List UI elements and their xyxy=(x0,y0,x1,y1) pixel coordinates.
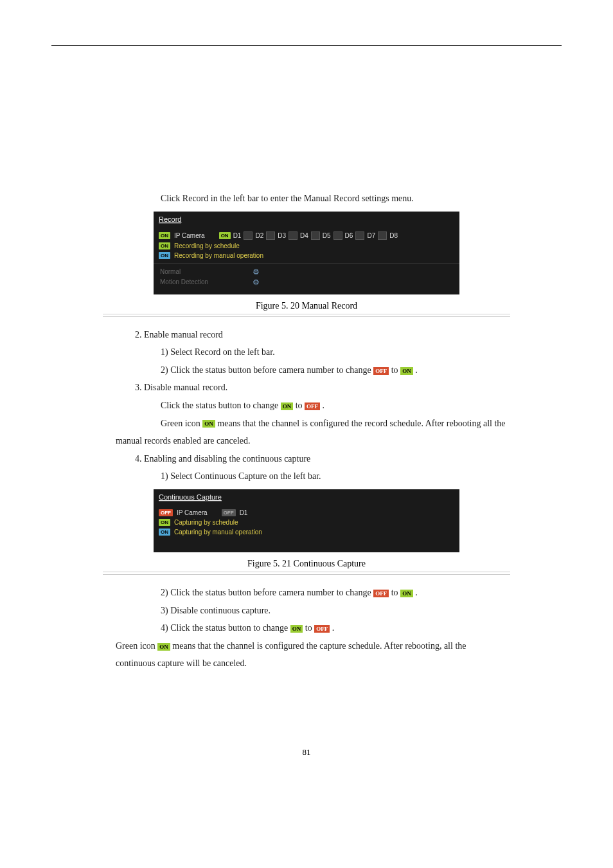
camera-toggle-d1[interactable]: ON xyxy=(219,232,231,239)
camera-toggle-d7[interactable] xyxy=(355,231,364,240)
camera-d8: D8 xyxy=(389,232,398,239)
text: to xyxy=(391,588,400,597)
toggle-off-icon[interactable]: OFF xyxy=(159,509,173,516)
note1: Green icon ON means that the channel is … xyxy=(161,417,520,430)
legend-manual: Capturing by manual operation xyxy=(174,529,262,536)
step4: 4. Enabling and disabling the continuous… xyxy=(135,453,546,466)
camera-toggle-d2[interactable] xyxy=(244,231,253,240)
step4-sub1: 1) Select Continuous Capture on the left… xyxy=(161,470,520,483)
camera-toggle-d6[interactable] xyxy=(333,231,342,240)
separator-rule xyxy=(103,314,510,317)
ipcamera-label: IP Camera xyxy=(177,509,208,516)
camera-d4: D4 xyxy=(300,232,308,239)
gear-icon[interactable]: ⚙ xyxy=(253,278,260,287)
camera-d2: D2 xyxy=(255,232,263,239)
legend-manual-icon: ON xyxy=(159,252,170,259)
gear-icon[interactable]: ⚙ xyxy=(253,267,260,276)
note2: Green icon ON means that the channel is … xyxy=(116,640,527,653)
text: 2) Click the status button before camera… xyxy=(161,365,373,375)
text: 4) Click the status button to change xyxy=(161,623,290,633)
camera-d6: D6 xyxy=(345,232,353,239)
camera-toggle-d3[interactable] xyxy=(266,231,275,240)
on-icon: ON xyxy=(290,625,303,633)
panel-title: Continuous Capture xyxy=(159,493,222,502)
step4-sub3: 3) Disable continuous capture. xyxy=(161,604,520,617)
text: Green icon xyxy=(116,641,157,651)
mode-motion: Motion Detection xyxy=(160,278,237,285)
on-icon: ON xyxy=(157,643,170,651)
off-icon: OFF xyxy=(305,402,320,410)
panel-title: Record xyxy=(159,215,181,224)
text: . xyxy=(323,401,325,410)
camera-toggle-d8[interactable] xyxy=(378,231,387,240)
page-number: 81 xyxy=(51,747,562,757)
step2-sub1: 1) Select Record on the left bar. xyxy=(161,346,520,359)
on-icon: ON xyxy=(400,590,413,597)
camera-d3: D3 xyxy=(278,232,286,239)
intro-text: Click Record in the left bar to enter th… xyxy=(161,192,520,205)
camera-d1: D1 xyxy=(240,509,248,516)
camera-toggle-d4[interactable] xyxy=(289,231,298,240)
legend-schedule-icon: ON xyxy=(159,242,170,249)
off-icon: OFF xyxy=(373,367,389,375)
camera-d7: D7 xyxy=(367,232,375,239)
on-icon: ON xyxy=(400,367,413,375)
camera-d1: D1 xyxy=(233,232,242,239)
text: to xyxy=(296,401,305,410)
camera-toggle-d1[interactable]: OFF xyxy=(222,509,236,516)
toggle-on-icon[interactable]: ON xyxy=(159,232,170,239)
continuous-capture-screenshot: Continuous Capture OFF IP Camera OFF D1 … xyxy=(154,489,459,552)
step4-sub4: 4) Click the status button to change ON … xyxy=(161,622,520,635)
legend-manual: Recording by manual operation xyxy=(174,252,263,259)
step2-sub2: 2) Click the status button before camera… xyxy=(161,364,520,377)
text: to xyxy=(305,623,314,633)
step2: 2. Enable manual record xyxy=(135,329,546,341)
text: 2) Click the status button before camera… xyxy=(161,588,373,597)
legend-schedule-icon: ON xyxy=(159,519,170,526)
step4-sub2: 2) Click the status button before camera… xyxy=(161,586,520,599)
note1-cont: manual records enabled are canceled. xyxy=(116,435,527,448)
off-icon: OFF xyxy=(373,590,389,597)
legend-schedule: Capturing by schedule xyxy=(174,519,238,526)
text: means that the channel is configured the… xyxy=(172,641,466,651)
text: . xyxy=(332,623,335,633)
separator-rule xyxy=(103,572,510,575)
on-icon: ON xyxy=(202,420,215,428)
note2-cont: continuous capture will be canceled. xyxy=(116,657,527,670)
text: means that the channel is configured the… xyxy=(217,419,505,428)
figure-caption-2: Figure 5. 21 Continuous Capture xyxy=(51,559,562,569)
off-icon: OFF xyxy=(314,625,330,633)
mode-normal: Normal xyxy=(160,268,237,275)
legend-schedule: Recording by schedule xyxy=(174,242,240,249)
manual-record-screenshot: Record ON IP Camera OND1 D2 D3 D4 D5 D6 … xyxy=(154,212,459,294)
text: to xyxy=(391,365,400,375)
legend-manual-icon: ON xyxy=(159,529,170,536)
step3: 3. Disable manual record. xyxy=(135,381,546,394)
text: . xyxy=(415,365,418,375)
figure-caption-1: Figure 5. 20 Manual Record xyxy=(51,301,562,311)
ipcamera-label: IP Camera xyxy=(174,232,205,239)
text: Green icon xyxy=(161,419,202,428)
text: Click the status button to change xyxy=(161,401,281,410)
camera-toggle-d5[interactable] xyxy=(311,231,320,240)
camera-d5: D5 xyxy=(323,232,331,239)
text: . xyxy=(415,588,418,597)
on-icon: ON xyxy=(281,402,294,410)
step3-sub1: Click the status button to change ON to … xyxy=(161,399,520,412)
